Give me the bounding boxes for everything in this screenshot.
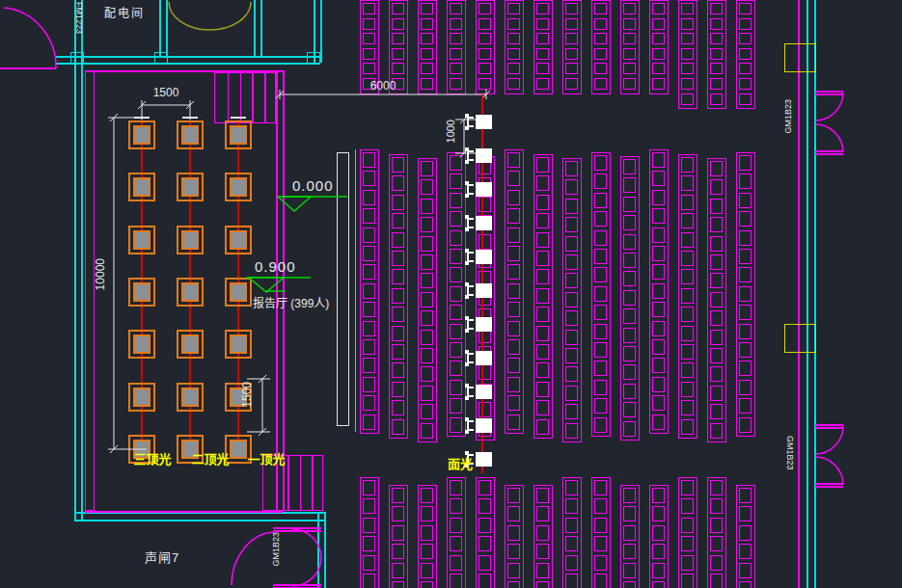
seat[interactable] <box>421 48 433 60</box>
seat[interactable] <box>392 48 404 60</box>
stage-light[interactable] <box>128 226 155 254</box>
seat[interactable] <box>652 563 665 578</box>
seat[interactable] <box>507 321 520 336</box>
seat[interactable] <box>739 544 752 559</box>
seat[interactable] <box>710 217 723 232</box>
seat[interactable] <box>565 574 578 588</box>
seat[interactable] <box>478 402 491 417</box>
seat-strip[interactable] <box>533 0 553 94</box>
seat[interactable] <box>681 232 694 248</box>
seat[interactable] <box>739 3 752 14</box>
seat[interactable] <box>536 288 549 304</box>
seat[interactable] <box>623 271 636 286</box>
seat[interactable] <box>565 536 578 551</box>
seat[interactable] <box>392 400 404 415</box>
seat[interactable] <box>652 581 665 588</box>
seat[interactable] <box>623 544 636 559</box>
seat-strip[interactable] <box>389 485 408 588</box>
front-light-fixture[interactable] <box>465 181 494 198</box>
seat[interactable] <box>507 190 520 205</box>
seat[interactable] <box>739 324 752 339</box>
seat[interactable] <box>681 213 694 228</box>
seat[interactable] <box>507 3 520 14</box>
seat[interactable] <box>450 230 462 246</box>
seat[interactable] <box>392 232 404 248</box>
seat[interactable] <box>681 94 694 105</box>
seat-strip[interactable] <box>707 158 726 442</box>
seat[interactable] <box>594 155 607 171</box>
seat[interactable] <box>565 366 578 382</box>
seat[interactable] <box>594 498 607 514</box>
seat[interactable] <box>623 33 636 44</box>
seat[interactable] <box>681 419 694 435</box>
seat[interactable] <box>392 175 404 191</box>
seat-strip[interactable] <box>447 477 466 588</box>
seat[interactable] <box>681 518 694 533</box>
seat[interactable] <box>450 33 462 44</box>
seat[interactable] <box>652 171 665 186</box>
seat[interactable] <box>450 398 462 414</box>
seat-strip[interactable] <box>389 154 408 439</box>
seat-strip[interactable] <box>620 485 640 588</box>
seat[interactable] <box>681 288 694 304</box>
seat[interactable] <box>421 544 433 559</box>
stage-light[interactable] <box>128 278 155 307</box>
seat[interactable] <box>710 366 723 382</box>
front-light-fixture[interactable] <box>465 417 494 434</box>
seat[interactable] <box>623 159 636 174</box>
stage-light[interactable] <box>177 278 204 307</box>
seat[interactable] <box>450 324 462 339</box>
seat[interactable] <box>363 518 375 533</box>
seat[interactable] <box>565 33 578 44</box>
seat[interactable] <box>421 18 433 30</box>
seat[interactable] <box>681 574 694 588</box>
seat-strip[interactable] <box>620 0 640 94</box>
seat[interactable] <box>565 404 578 419</box>
seat[interactable] <box>507 171 520 186</box>
seat[interactable] <box>565 423 578 439</box>
seat[interactable] <box>710 236 723 252</box>
seat[interactable] <box>478 18 491 30</box>
seat-strip[interactable] <box>533 485 553 588</box>
seat[interactable] <box>652 321 665 336</box>
seat[interactable] <box>536 195 549 210</box>
seat[interactable] <box>507 48 520 60</box>
seat[interactable] <box>565 330 578 345</box>
seat[interactable] <box>392 195 404 210</box>
seat[interactable] <box>507 339 520 355</box>
seat[interactable] <box>363 264 375 280</box>
seat[interactable] <box>363 498 375 514</box>
seat[interactable] <box>710 498 723 514</box>
seat[interactable] <box>623 48 636 60</box>
seat-strip[interactable] <box>649 485 669 588</box>
seat[interactable] <box>739 488 752 503</box>
seat[interactable] <box>392 362 404 378</box>
seat[interactable] <box>536 3 549 14</box>
seat[interactable] <box>739 342 752 358</box>
seat[interactable] <box>507 525 520 541</box>
seat[interactable] <box>392 251 404 266</box>
stage-light[interactable] <box>225 278 252 307</box>
seat[interactable] <box>478 63 491 74</box>
seat[interactable] <box>421 525 433 541</box>
seat[interactable] <box>739 174 752 189</box>
seat[interactable] <box>363 302 375 317</box>
seat[interactable] <box>681 400 694 415</box>
seat-strip[interactable] <box>562 158 582 442</box>
seat[interactable] <box>507 246 520 261</box>
seat[interactable] <box>565 348 578 363</box>
seat[interactable] <box>623 78 636 90</box>
seat[interactable] <box>363 555 375 571</box>
seat[interactable] <box>594 18 607 30</box>
seat[interactable] <box>421 366 433 382</box>
seat[interactable] <box>623 346 636 361</box>
seat[interactable] <box>594 536 607 551</box>
seat[interactable] <box>363 246 375 261</box>
seat[interactable] <box>710 94 723 105</box>
seat[interactable] <box>392 326 404 341</box>
seat[interactable] <box>594 230 607 246</box>
seat[interactable] <box>739 305 752 320</box>
seat[interactable] <box>363 339 375 355</box>
seat[interactable] <box>710 555 723 571</box>
seat[interactable] <box>363 18 375 30</box>
